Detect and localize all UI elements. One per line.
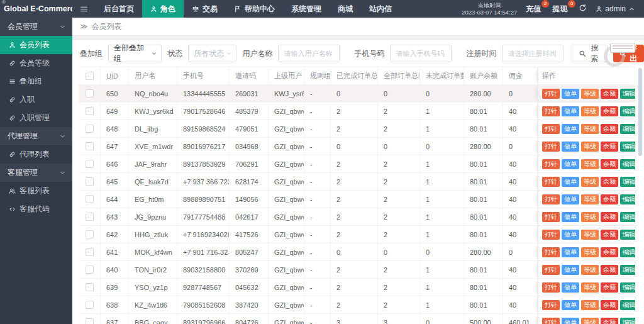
edit-button[interactable]: 编辑 xyxy=(620,300,635,310)
inject-button[interactable]: 打针 xyxy=(542,89,560,99)
make-order-button[interactable]: 做单 xyxy=(562,282,579,293)
row-checkbox[interactable] xyxy=(86,248,94,256)
edit-button[interactable]: 编辑 xyxy=(620,318,635,324)
make-order-button[interactable]: 做单 xyxy=(562,194,579,204)
nav-item-2[interactable]: 交易 xyxy=(184,0,226,18)
level-button[interactable]: 等级 xyxy=(581,124,599,134)
row-checkbox[interactable] xyxy=(86,265,94,274)
floating-widget[interactable] xyxy=(602,42,635,69)
inject-button[interactable]: 打针 xyxy=(542,265,560,275)
edit-button[interactable]: 编辑 xyxy=(620,106,635,116)
balance-button[interactable]: 余额 xyxy=(601,212,618,222)
row-checkbox[interactable] xyxy=(86,125,94,133)
nav-item-4[interactable]: 系统管理 xyxy=(283,0,330,18)
sidebar-item-4[interactable]: 入职 xyxy=(0,91,72,109)
edit-button[interactable]: 编辑 xyxy=(620,124,635,134)
balance-button[interactable]: 余额 xyxy=(601,265,618,275)
make-order-button[interactable]: 做单 xyxy=(562,106,579,116)
inject-button[interactable]: 打针 xyxy=(542,230,560,240)
balance-button[interactable]: 余额 xyxy=(601,230,618,240)
make-order-button[interactable]: 做单 xyxy=(562,265,579,275)
level-button[interactable]: 等级 xyxy=(581,142,599,152)
level-button[interactable]: 等级 xyxy=(581,159,599,169)
inject-button[interactable]: 打针 xyxy=(542,247,560,257)
edit-button[interactable]: 编辑 xyxy=(620,89,635,99)
nav-item-5[interactable]: 商城 xyxy=(330,0,361,18)
level-button[interactable]: 等级 xyxy=(581,106,599,116)
make-order-button[interactable]: 做单 xyxy=(562,230,579,240)
group-filter-select[interactable]: 全部叠加组 xyxy=(108,45,162,62)
inject-button[interactable]: 打针 xyxy=(542,282,560,293)
row-checkbox[interactable] xyxy=(86,89,94,98)
level-button[interactable]: 等级 xyxy=(581,177,599,187)
level-button[interactable]: 等级 xyxy=(581,300,599,310)
make-order-button[interactable]: 做单 xyxy=(562,318,579,324)
select-all-checkbox[interactable] xyxy=(86,72,94,80)
nav-item-0[interactable]: 后台首页 xyxy=(96,0,142,18)
row-checkbox[interactable] xyxy=(86,160,94,168)
inject-button[interactable]: 打针 xyxy=(542,177,560,187)
edit-button[interactable]: 编辑 xyxy=(620,142,635,152)
balance-button[interactable]: 余额 xyxy=(601,177,618,187)
edit-button[interactable]: 编辑 xyxy=(620,265,635,275)
inject-button[interactable]: 打针 xyxy=(542,300,560,310)
inject-button[interactable]: 打针 xyxy=(542,124,560,134)
table-scrollbar[interactable] xyxy=(638,68,642,320)
level-button[interactable]: 等级 xyxy=(581,194,599,204)
row-checkbox[interactable] xyxy=(86,195,94,203)
sidebar-item-5[interactable]: 入职管理 xyxy=(0,109,72,127)
balance-button[interactable]: 余额 xyxy=(601,282,618,293)
balance-button[interactable]: 余额 xyxy=(601,142,618,152)
regtime-input[interactable] xyxy=(502,45,564,62)
balance-button[interactable]: 余额 xyxy=(601,300,618,310)
sidebar-group-6[interactable]: 代理管理 xyxy=(0,127,72,145)
row-checkbox[interactable] xyxy=(86,230,94,238)
make-order-button[interactable]: 做单 xyxy=(562,142,579,152)
sidebar-item-3[interactable]: 叠加组 xyxy=(0,72,72,91)
make-order-button[interactable]: 做单 xyxy=(562,177,579,187)
make-order-button[interactable]: 做单 xyxy=(562,212,579,222)
edit-button[interactable]: 编辑 xyxy=(620,230,635,240)
row-checkbox[interactable] xyxy=(86,283,94,291)
sidebar-item-1[interactable]: 会员列表 xyxy=(0,36,72,54)
make-order-button[interactable]: 做单 xyxy=(562,124,579,134)
balance-button[interactable]: 余额 xyxy=(601,194,618,204)
sidebar-item-10[interactable]: 客服代码 xyxy=(0,200,72,218)
inject-button[interactable]: 打针 xyxy=(542,106,560,116)
balance-button[interactable]: 余额 xyxy=(601,124,618,134)
edit-button[interactable]: 编辑 xyxy=(620,282,635,293)
sidebar-item-7[interactable]: 代理列表 xyxy=(0,145,72,164)
row-checkbox[interactable] xyxy=(86,177,94,186)
balance-button[interactable]: 余额 xyxy=(601,106,618,116)
balance-button[interactable]: 余额 xyxy=(601,89,618,99)
level-button[interactable]: 等级 xyxy=(581,318,599,324)
status-filter-select[interactable]: 所有状态 xyxy=(188,45,236,62)
balance-button[interactable]: 余额 xyxy=(601,159,618,169)
level-button[interactable]: 等级 xyxy=(581,282,599,293)
nav-item-3[interactable]: 帮助中心 xyxy=(226,0,283,18)
sidebar-group-8[interactable]: 客服管理 xyxy=(0,164,72,182)
inject-button[interactable]: 打针 xyxy=(542,318,560,324)
inject-button[interactable]: 打针 xyxy=(542,212,560,222)
edit-button[interactable]: 编辑 xyxy=(620,177,635,187)
recharge-button[interactable]: 充值 2 xyxy=(526,4,543,14)
sidebar-group-0[interactable]: 会员管理 xyxy=(0,18,72,36)
balance-button[interactable]: 余额 xyxy=(601,247,618,257)
phone-input[interactable] xyxy=(390,45,452,62)
row-checkbox[interactable] xyxy=(86,301,94,309)
username-input[interactable] xyxy=(278,45,340,62)
inject-button[interactable]: 打针 xyxy=(542,142,560,152)
admin-menu[interactable]: admin xyxy=(596,4,635,13)
nav-item-6[interactable]: 站内信 xyxy=(361,0,400,18)
edit-button[interactable]: 编辑 xyxy=(620,194,635,204)
level-button[interactable]: 等级 xyxy=(581,265,599,275)
level-button[interactable]: 等级 xyxy=(581,89,599,99)
make-order-button[interactable]: 做单 xyxy=(562,89,579,99)
row-checkbox[interactable] xyxy=(86,318,94,324)
sidebar-toggle-button[interactable] xyxy=(72,0,96,18)
inject-button[interactable]: 打针 xyxy=(542,194,560,204)
edit-button[interactable]: 编辑 xyxy=(620,159,635,169)
level-button[interactable]: 等级 xyxy=(581,212,599,222)
nav-item-1[interactable]: 角色 xyxy=(142,0,184,18)
make-order-button[interactable]: 做单 xyxy=(562,247,579,257)
